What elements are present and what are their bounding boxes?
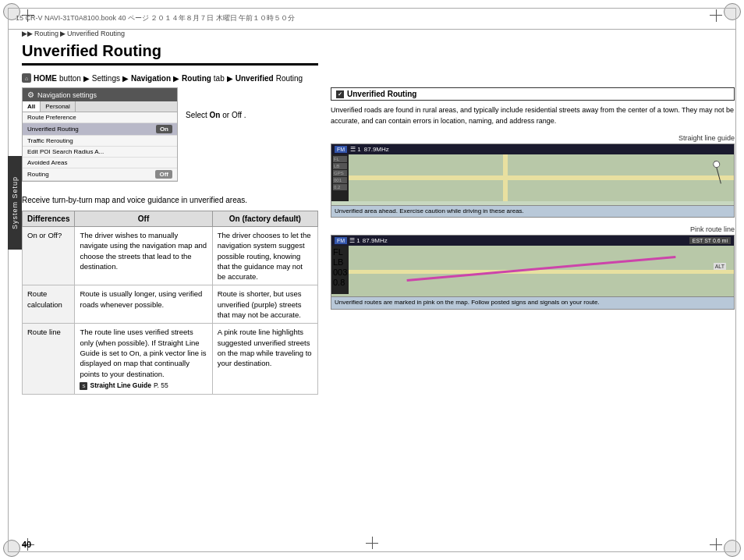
map2-bar2: LB (333, 257, 347, 267)
nav-row-label-5: Avoided Areas (27, 159, 172, 166)
map1-bar1: FL (333, 156, 347, 162)
nav-row-label-3: Traffic Rerouting (27, 137, 172, 144)
map2-fm: FM (335, 237, 347, 244)
sidebar-tab: System Setup (8, 156, 22, 250)
nav-row-label-1: Route Preference (27, 114, 172, 121)
map1-freq: 87.9MHz (364, 146, 389, 153)
nav-row-val-6: Off (155, 170, 172, 179)
crosshair-tr (721, 8, 736, 23)
arrow4: ▶ (227, 74, 233, 83)
road2 (349, 270, 734, 274)
table-cell-off-3: The route line uses verified streets onl… (75, 324, 212, 394)
on-text: On (210, 111, 221, 119)
table-cell-on-3: A pink route line highlights suggested u… (212, 324, 317, 394)
unverified-label: Unverified (236, 74, 274, 83)
map1-container: Straight line guide FM ☰ 1 87.9MHz FL LB… (331, 134, 735, 218)
map2-bar4: 0.8 (333, 278, 347, 287)
map2-container: Pink route line FM ☰ 1 87.9MHz EST ST 0.… (331, 225, 735, 309)
alt-label: ALT (714, 263, 726, 270)
main-content: ▶▶ Routing ▶ Unverified Routing Unverifi… (22, 30, 735, 544)
nav-row-label-6: Routing (27, 171, 155, 178)
nav-tab-all[interactable]: All (23, 101, 41, 112)
header-bar: 15 CR-V NAVI-31T0A8100.book 40 ページ ２０１４年… (8, 8, 736, 30)
period: . (244, 111, 246, 119)
note-text: Straight Line Guide (90, 381, 151, 391)
select-instruction: Select On or Off . (186, 87, 246, 119)
map1-bar2: LB (333, 163, 347, 169)
map1-bar4: 001 (333, 177, 347, 183)
table-row-route-line: Route line The route line uses verified … (23, 324, 318, 394)
note-icon: S (80, 382, 87, 390)
map1-bar5: 0.2 (333, 184, 347, 190)
map1-body: FL LB GPS 001 0.2 (331, 154, 734, 201)
two-column-layout: ⚙ Navigation settings All Personal Route… (22, 87, 735, 395)
breadcrumb-item1: Routing (34, 30, 58, 37)
table-header-differences: Differences (23, 211, 75, 227)
home-icon: ⌂ (22, 73, 31, 83)
right-title-text: Unverified Routing (347, 90, 416, 98)
map2-label: Pink route line (331, 225, 735, 233)
table-cell-label-1: On or Off? (23, 227, 75, 285)
map1-image: FM ☰ 1 87.9MHz FL LB GPS 001 0.2 (331, 144, 735, 206)
map2-main: ALT (349, 246, 734, 294)
road-horizontal (349, 175, 734, 180)
map2-freq: 87.9MHz (363, 237, 388, 244)
instruction-text1: button (59, 74, 81, 83)
table-note: S Straight Line Guide P. 55 (80, 381, 207, 391)
map1-bar3: GPS (333, 170, 347, 176)
right-section-title: ✓ Unverified Routing (331, 87, 735, 101)
map2-body: FL LB 003 0.8 ALT (331, 246, 734, 294)
map2-bar1: FL (333, 247, 347, 257)
header-text: 15 CR-V NAVI-31T0A8100.book 40 ページ ２０１４年… (16, 13, 295, 23)
table-cell-off-2: Route is usually longer, using verified … (75, 285, 212, 324)
sidebar-tab-label: System Setup (11, 176, 19, 229)
differences-table: Differences Off On (factory default) On … (22, 211, 318, 395)
road-vertical (503, 154, 508, 201)
or-text: or (222, 111, 232, 119)
nav-header-text: Navigation settings (37, 91, 97, 99)
navigation-label: Navigation (131, 74, 171, 83)
straight-line-indicator (714, 161, 721, 183)
map1-sidebar: FL LB GPS 001 0.2 (331, 154, 349, 201)
tab-text: tab (214, 74, 225, 83)
map1-fm: FM (335, 146, 347, 153)
nav-row-traffic: Traffic Rerouting (23, 136, 177, 147)
right-column: ✓ Unverified Routing Unverified roads ar… (331, 87, 735, 395)
page-title: Unverified Routing (22, 42, 318, 66)
breadcrumb: ▶▶ Routing ▶ Unverified Routing (22, 30, 735, 37)
map2-est: EST ST 0.6 mi (689, 237, 731, 244)
select-text: Select (186, 111, 207, 119)
map1-label: Straight line guide (331, 134, 735, 142)
nav-row-avoided: Avoided Areas (23, 158, 177, 168)
page-number: 40 (22, 540, 31, 549)
nav-row-val-2: On (156, 125, 172, 133)
table-cell-label-2: Routecalculation (23, 285, 75, 324)
table-row-onoff: On or Off? The driver wishes to manually… (23, 227, 318, 285)
map2-bar3: 003 (333, 268, 347, 277)
nav-screenshot: ⚙ Navigation settings All Personal Route… (22, 87, 178, 182)
crosshair-tl (8, 8, 23, 23)
note-page: P. 55 (154, 381, 168, 391)
nav-tab-personal[interactable]: Personal (41, 101, 76, 112)
route-line-off-text: The route line uses verified streets onl… (80, 328, 206, 377)
arrow3: ▶ (173, 74, 179, 83)
table-header-off: Off (75, 211, 212, 227)
instruction-line: ⌂ HOME button ▶ Settings ▶ Navigation ▶ … (22, 73, 735, 83)
map1-header: FM ☰ 1 87.9MHz (331, 144, 734, 154)
settings-label: Settings (92, 74, 120, 83)
routing-text: Routing (276, 74, 303, 83)
nav-row-route-pref: Route Preference (23, 112, 177, 123)
map1-ch: ☰ 1 (350, 146, 361, 153)
map2-header: FM ☰ 1 87.9MHz EST ST 0.6 mi (331, 236, 734, 246)
breadcrumb-arrows: ▶▶ (22, 30, 33, 37)
map2-sidebar: FL LB 003 0.8 (331, 246, 349, 294)
nav-row-label-4: Edit POI Search Radius A... (27, 148, 172, 155)
routing-label: Routing (182, 74, 211, 83)
table-cell-off-1: The driver wishes to manually navigate u… (75, 227, 212, 285)
left-column: ⚙ Navigation settings All Personal Route… (22, 87, 318, 395)
map2-image: FM ☰ 1 87.9MHz EST ST 0.6 mi FL LB 003 0… (331, 235, 735, 297)
nav-row-label-2: Unverified Routing (27, 126, 156, 133)
table-cell-label-3: Route line (23, 324, 75, 394)
breadcrumb-item2: Unverified Routing (67, 30, 125, 37)
nav-row-poi: Edit POI Search Radius A... (23, 147, 177, 158)
